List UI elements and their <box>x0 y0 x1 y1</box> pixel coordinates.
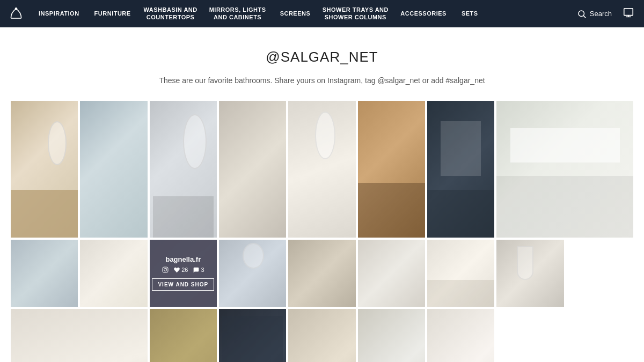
overlay-meta: 26 3 <box>162 267 204 273</box>
svg-rect-7 <box>163 267 168 272</box>
gallery-item[interactable] <box>219 240 286 307</box>
nav-item-shower[interactable]: SHOWER TRAYS ANDSHOWER COLUMNS <box>318 0 393 27</box>
nav-item-screens[interactable]: SCREENS <box>273 0 318 27</box>
gallery-item-overlay[interactable]: bagnella.fr 26 <box>150 240 217 307</box>
gallery-item[interactable] <box>427 240 494 307</box>
brand-logo[interactable] <box>5 3 27 25</box>
nav-items: INSPIRATION FURNITURE WASHBASIN ANDCOUNT… <box>31 0 570 27</box>
gallery-item[interactable] <box>427 309 494 362</box>
gallery-item-wide[interactable] <box>11 309 148 362</box>
gallery-item[interactable] <box>150 101 217 238</box>
nav-item-sets[interactable]: SETS <box>454 0 486 27</box>
svg-point-0 <box>15 8 18 10</box>
instagram-gallery: bagnella.fr 26 <box>11 101 633 362</box>
svg-point-2 <box>579 11 584 17</box>
gallery-item[interactable] <box>358 101 425 238</box>
gallery-item[interactable] <box>11 101 78 238</box>
gallery-item-wide[interactable] <box>496 101 633 238</box>
gallery-item[interactable] <box>11 240 78 307</box>
gallery-item[interactable] <box>219 309 286 362</box>
nav-item-washbasin[interactable]: WASHBASIN ANDCOUNTERTOPS <box>138 0 203 27</box>
gallery-item[interactable] <box>358 309 425 362</box>
svg-rect-4 <box>624 8 633 15</box>
edit-icon <box>623 7 634 19</box>
gallery-item[interactable] <box>80 101 147 238</box>
gallery-item[interactable] <box>219 101 286 238</box>
gallery-item[interactable] <box>288 101 355 238</box>
nav-item-mirrors[interactable]: MIRRORS, LIGHTSAND CABINETS <box>203 0 273 27</box>
nav-item-accessories[interactable]: ACCESSORIES <box>393 0 454 27</box>
page-subtitle: These are our favorite bathrooms. Share … <box>11 76 633 85</box>
overlay-likes: 26 <box>174 267 188 273</box>
overlay-site-name: bagnella.fr <box>165 255 201 263</box>
page-title: @SALGAR_NET <box>11 49 633 65</box>
svg-point-9 <box>166 268 167 269</box>
search-label: Search <box>590 10 612 18</box>
search-button[interactable]: Search <box>570 9 618 19</box>
edit-button[interactable] <box>618 7 639 21</box>
search-icon <box>577 9 587 19</box>
nav-item-inspiration[interactable]: INSPIRATION <box>31 0 87 27</box>
gallery-item[interactable] <box>288 309 355 362</box>
svg-line-3 <box>583 16 586 18</box>
main-content: @SALGAR_NET These are our favorite bathr… <box>0 27 644 362</box>
gallery-item[interactable] <box>80 240 147 307</box>
overlay-comments: 3 <box>193 267 204 273</box>
main-navigation: INSPIRATION FURNITURE WASHBASIN ANDCOUNT… <box>0 0 644 27</box>
view-shop-button[interactable]: VIEW AND SHOP <box>152 278 214 291</box>
gallery-item[interactable] <box>496 240 564 307</box>
gallery-item[interactable] <box>358 240 425 307</box>
gallery-item[interactable] <box>288 240 355 307</box>
nav-item-furniture[interactable]: FURNITURE <box>87 0 138 27</box>
gallery-item[interactable] <box>427 101 494 238</box>
gallery-item[interactable] <box>150 309 217 362</box>
instagram-overlay[interactable]: bagnella.fr 26 <box>150 240 217 307</box>
overlay-instagram-icon <box>162 267 169 273</box>
svg-point-8 <box>164 269 167 271</box>
